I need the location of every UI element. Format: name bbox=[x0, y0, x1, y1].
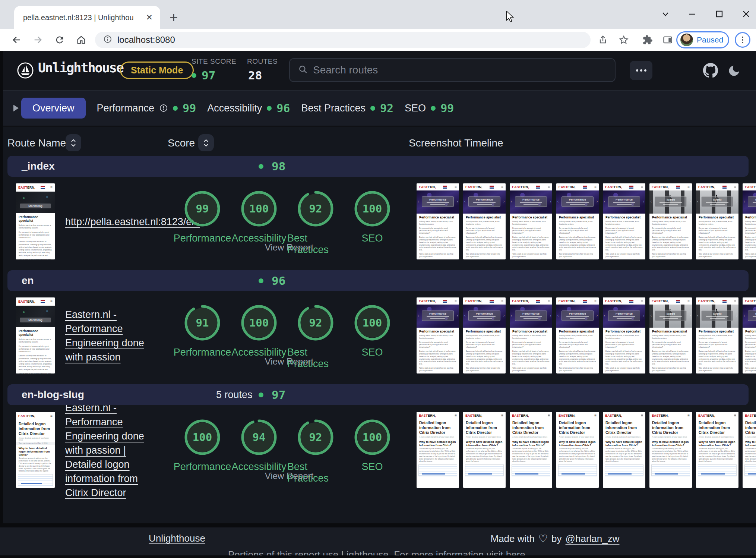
timeline-thumbnail[interactable]: EASTERN,≡‹Performance›Performance specia… bbox=[743, 183, 756, 259]
tab-performance[interactable]: Performance 99 bbox=[97, 102, 196, 115]
score-gauge[interactable]: 100SEO bbox=[344, 305, 401, 370]
collapse-caret-icon[interactable] bbox=[13, 105, 19, 111]
eastern-logo: EASTERN, bbox=[745, 414, 756, 417]
score-gauge[interactable]: 91Performance bbox=[174, 305, 231, 370]
group-band-index[interactable]: _index 98 bbox=[7, 156, 749, 177]
timeline-thumbnail[interactable]: EASTERN,≡‹Performance›Performance specia… bbox=[603, 183, 645, 259]
tab-search-icon[interactable] bbox=[661, 1, 670, 26]
hamburger-menu-icon: ≡ bbox=[687, 414, 690, 417]
sort-score-button[interactable] bbox=[198, 134, 214, 151]
home-icon[interactable] bbox=[76, 35, 86, 47]
group-band-en-blog-slug[interactable]: en-blog-slug 5 routes 97 bbox=[7, 384, 749, 405]
timeline-thumbnail[interactable]: EASTERN,≡Detailed logon information from… bbox=[603, 412, 645, 488]
timeline-thumbnail[interactable]: EASTERN,≡Detailed logon information from… bbox=[696, 412, 738, 488]
score-dot bbox=[370, 106, 375, 111]
tab-close-icon[interactable]: ✕ bbox=[145, 13, 154, 22]
reload-icon[interactable] bbox=[54, 35, 65, 47]
profile-button[interactable]: Paused bbox=[676, 31, 729, 48]
eastern-logo: EASTERN, bbox=[698, 414, 715, 417]
browser-menu-icon[interactable] bbox=[735, 32, 750, 48]
app-header: Unlighthouse Static Mode SITE SCORE 97 R… bbox=[0, 51, 756, 91]
github-icon[interactable] bbox=[703, 63, 718, 80]
site-info-icon[interactable] bbox=[103, 35, 112, 45]
hamburger-menu-icon: ≡ bbox=[734, 414, 736, 417]
dutch-flag-icon bbox=[41, 186, 45, 189]
footer-author-link[interactable]: @harlan_zw bbox=[566, 533, 620, 545]
gauge-value: 100 bbox=[184, 419, 220, 455]
score-gauge[interactable]: 100SEO bbox=[344, 419, 401, 484]
search-box[interactable] bbox=[289, 58, 616, 82]
tab-overview[interactable]: Overview bbox=[21, 98, 86, 119]
category-tabs: Overview Performance 99 Accessibility 96… bbox=[0, 91, 756, 127]
extensions-puzzle-icon[interactable] bbox=[642, 35, 653, 47]
timeline-thumbnail[interactable]: EASTERN,≡‹Speed›Performance specialistNo… bbox=[649, 183, 692, 259]
timeline-thumbnail[interactable]: EASTERN,≡‹Performance›Performance specia… bbox=[556, 297, 599, 373]
timeline-thumbnail[interactable]: EASTERN,≡Detailed logon information from… bbox=[649, 412, 692, 488]
hamburger-menu-icon: ≡ bbox=[50, 300, 53, 303]
eastern-logo: EASTERN, bbox=[605, 414, 622, 417]
bookmark-star-icon[interactable] bbox=[619, 35, 629, 47]
route-link[interactable]: Eastern.nl - Performance Engineering don… bbox=[65, 308, 159, 364]
route-thumbnail[interactable]: EASTERN,≡Detailed logon information from… bbox=[16, 412, 55, 488]
timeline-thumbnail[interactable]: EASTERN,≡‹Performance›Performance specia… bbox=[417, 297, 459, 373]
tab-seo[interactable]: SEO 99 bbox=[405, 102, 454, 115]
dutch-flag-icon bbox=[583, 300, 587, 303]
timeline-thumbnail[interactable]: EASTERN,≡Detailed logon information from… bbox=[743, 412, 756, 488]
maximize-icon[interactable] bbox=[714, 1, 724, 26]
search-input[interactable] bbox=[313, 64, 607, 76]
minimize-icon[interactable] bbox=[687, 1, 697, 26]
info-icon bbox=[159, 104, 168, 113]
hamburger-menu-icon: ≡ bbox=[455, 299, 457, 303]
score-gauge[interactable]: 100SEO bbox=[344, 191, 401, 256]
back-icon[interactable] bbox=[11, 35, 22, 47]
screenshot-timeline: EASTERN,≡‹Performance›Performance specia… bbox=[417, 297, 756, 373]
more-options-button[interactable] bbox=[630, 61, 652, 80]
timeline-thumbnail[interactable]: EASTERN,≡‹Speed›Performance specialistNo… bbox=[696, 297, 738, 373]
sort-route-button[interactable] bbox=[66, 134, 81, 151]
timeline-thumbnail[interactable]: EASTERN,≡Detailed logon information from… bbox=[417, 412, 459, 488]
hero-photo: ‹Performance› bbox=[556, 305, 599, 328]
dark-mode-moon-icon[interactable] bbox=[727, 64, 741, 79]
timeline-thumbnail[interactable]: EASTERN,≡‹Performance›Performance specia… bbox=[603, 297, 645, 373]
timeline-thumbnail[interactable]: EASTERN,≡‹Speed›Performance specialistNo… bbox=[649, 297, 692, 373]
view-report-link[interactable]: View Report bbox=[261, 242, 317, 253]
score-gauge[interactable]: 99Performance bbox=[174, 191, 231, 256]
timeline-thumbnail[interactable]: EASTERN,≡‹Performance›Performance specia… bbox=[510, 297, 552, 373]
footer-unlighthouse-link[interactable]: Unlighthouse bbox=[149, 533, 205, 544]
timeline-thumbnail[interactable]: EASTERN,≡‹Performance›Performance specia… bbox=[417, 183, 459, 259]
hero-photo: ‹Performance› bbox=[556, 190, 599, 214]
tab-best-practices[interactable]: Best Practices 92 bbox=[301, 102, 393, 115]
timeline-thumbnail[interactable]: EASTERN,≡Detailed logon information from… bbox=[463, 412, 506, 488]
thumb-site-header: EASTERN,≡ bbox=[16, 183, 55, 192]
score-gauge[interactable]: 100Performance bbox=[174, 419, 231, 484]
timeline-thumbnail[interactable]: EASTERN,≡‹Performance›Performance specia… bbox=[463, 183, 506, 259]
route-thumbnail[interactable]: EASTERN,≡MonitoringPerformance specialis… bbox=[16, 183, 55, 259]
group-band-en[interactable]: en 96 bbox=[7, 270, 749, 291]
score-dot bbox=[173, 106, 178, 111]
thumb-site-header: EASTERN,≡ bbox=[510, 297, 552, 305]
hamburger-menu-icon: ≡ bbox=[50, 414, 53, 418]
view-report-link[interactable]: View Report bbox=[261, 356, 317, 367]
side-panel-icon[interactable] bbox=[662, 35, 673, 47]
timeline-thumbnail[interactable]: EASTERN,≡‹Performance›Performance specia… bbox=[743, 297, 756, 373]
url-text: localhost:8080 bbox=[117, 35, 175, 45]
tab-accessibility[interactable]: Accessibility 96 bbox=[207, 102, 290, 115]
timeline-thumbnail[interactable]: EASTERN,≡Detailed logon information from… bbox=[556, 412, 599, 488]
route-thumbnail[interactable]: EASTERN,≡MonitoringPerformance specialis… bbox=[16, 297, 55, 373]
url-bar[interactable]: localhost:8080 bbox=[95, 32, 591, 48]
timeline-thumbnail[interactable]: EASTERN,≡‹Speed›Performance specialistNo… bbox=[696, 183, 738, 259]
timeline-column-header: Screenshot Timeline bbox=[409, 137, 503, 149]
eastern-logo: EASTERN, bbox=[745, 185, 756, 189]
share-icon[interactable] bbox=[598, 35, 608, 47]
route-link[interactable]: Eastern.nl - Performance Engineering don… bbox=[65, 401, 159, 500]
close-icon[interactable] bbox=[741, 1, 751, 26]
view-report-link[interactable]: View Report bbox=[261, 471, 317, 481]
browser-tab[interactable]: pella.eastnet.nl:8123 | Unlighthou ✕ bbox=[14, 6, 160, 29]
timeline-thumbnail[interactable]: EASTERN,≡‹Performance›Performance specia… bbox=[463, 297, 506, 373]
new-tab-button[interactable]: + bbox=[170, 10, 178, 25]
timeline-thumbnail[interactable]: EASTERN,≡‹Performance›Performance specia… bbox=[556, 183, 599, 259]
static-mode-badge: Static Mode bbox=[120, 62, 194, 79]
timeline-thumbnail[interactable]: EASTERN,≡Detailed logon information from… bbox=[510, 412, 552, 488]
timeline-thumbnail[interactable]: EASTERN,≡‹Performance›Performance specia… bbox=[510, 183, 552, 259]
forward-icon[interactable] bbox=[33, 35, 43, 47]
